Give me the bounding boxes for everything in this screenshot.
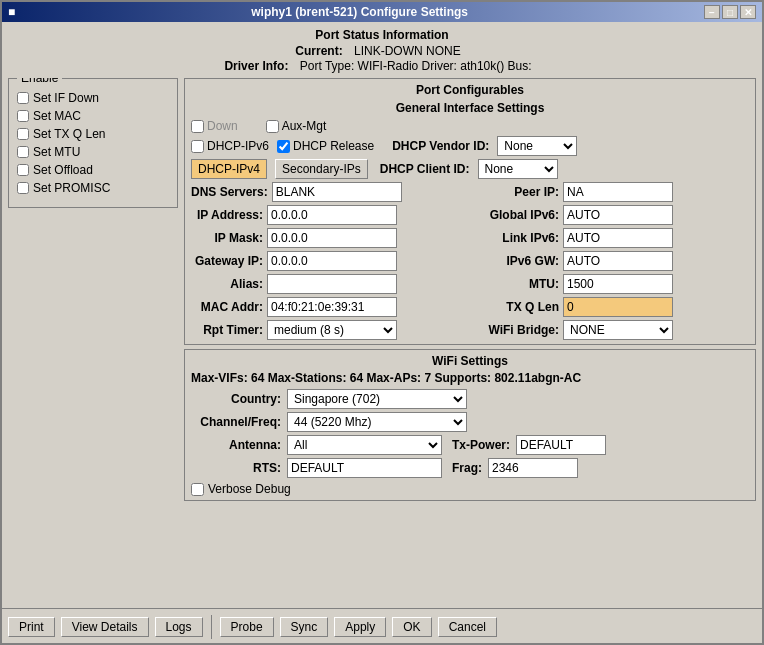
alias-input[interactable] <box>267 274 397 294</box>
dhcp-ipv6-label: DHCP-IPv6 <box>207 139 269 153</box>
wifi-max-stations: Max-Stations: 64 <box>268 371 363 385</box>
mac-label: MAC Addr: <box>191 300 263 314</box>
set-tx-q-len-checkbox[interactable] <box>17 128 29 140</box>
general-interface-title: General Interface Settings <box>191 101 749 115</box>
enable-set-promisc[interactable]: Set PROMISC <box>17 181 169 195</box>
alias-label: Alias: <box>191 277 263 291</box>
maximize-button[interactable]: □ <box>722 5 738 19</box>
enable-set-mtu[interactable]: Set MTU <box>17 145 169 159</box>
set-mtu-label: Set MTU <box>33 145 80 159</box>
port-config-title: Port Configurables <box>191 83 749 97</box>
dhcp-vendor-select[interactable]: None <box>497 136 577 156</box>
dhcp-ipv6-btn[interactable]: DHCP-IPv6 <box>191 139 269 153</box>
set-promisc-checkbox[interactable] <box>17 182 29 194</box>
link-ipv6-row: Link IPv6: <box>474 228 749 248</box>
global-ipv6-row: Global IPv6: <box>474 205 749 225</box>
down-checkbox-btn[interactable]: Down <box>191 119 238 133</box>
dhcp-release-btn[interactable]: DHCP Release <box>277 139 374 153</box>
verbose-debug-checkbox[interactable] <box>191 483 204 496</box>
mac-input[interactable] <box>267 297 397 317</box>
channel-select[interactable]: 44 (5220 Mhz) <box>287 412 467 432</box>
rts-input[interactable] <box>287 458 442 478</box>
sync-button[interactable]: Sync <box>280 617 329 637</box>
global-ipv6-input[interactable] <box>563 205 673 225</box>
down-checkbox[interactable] <box>191 120 204 133</box>
gateway-row: Gateway IP: <box>191 251 466 271</box>
set-mac-checkbox[interactable] <box>17 110 29 122</box>
frag-input[interactable] <box>488 458 578 478</box>
driver-value: Port Type: WIFI-Radio Driver: ath10k() B… <box>300 59 532 73</box>
bottom-bar: Print View Details Logs Probe Sync Apply… <box>2 608 762 643</box>
enable-set-if-down[interactable]: Set IF Down <box>17 91 169 105</box>
dhcp-ipv4-button[interactable]: DHCP-IPv4 <box>191 159 267 179</box>
ip-address-input[interactable] <box>267 205 397 225</box>
set-tx-q-len-label: Set TX Q Len <box>33 127 106 141</box>
dhcp-client-select[interactable]: None <box>478 159 558 179</box>
ip-mask-input[interactable] <box>267 228 397 248</box>
antenna-select[interactable]: All <box>287 435 442 455</box>
driver-info-row: Driver Info: Port Type: WIFI-Radio Drive… <box>8 59 756 73</box>
ok-button[interactable]: OK <box>392 617 431 637</box>
alias-row: Alias: <box>191 274 466 294</box>
aux-mgt-checkbox-btn[interactable]: Aux-Mgt <box>266 119 327 133</box>
current-value: LINK-DOWN NONE <box>354 44 461 58</box>
ip-mask-row: IP Mask: <box>191 228 466 248</box>
ip-address-label: IP Address: <box>191 208 263 222</box>
view-details-button[interactable]: View Details <box>61 617 149 637</box>
logs-button[interactable]: Logs <box>155 617 203 637</box>
link-ipv6-label: Link IPv6: <box>474 231 559 245</box>
wifi-info: Max-VIFs: 64 Max-Stations: 64 Max-APs: 7… <box>191 371 749 385</box>
ip-mask-label: IP Mask: <box>191 231 263 245</box>
dhcp-release-checkbox[interactable] <box>277 140 290 153</box>
port-config-box: Port Configurables General Interface Set… <box>184 78 756 345</box>
current-status-row: Current: LINK-DOWN NONE <box>8 44 756 58</box>
set-if-down-checkbox[interactable] <box>17 92 29 104</box>
ipv6-gw-label: IPv6 GW: <box>474 254 559 268</box>
set-mtu-checkbox[interactable] <box>17 146 29 158</box>
enable-set-tx-q-len[interactable]: Set TX Q Len <box>17 127 169 141</box>
rpt-timer-select[interactable]: medium (8 s) <box>267 320 397 340</box>
country-select[interactable]: Singapore (702) <box>287 389 467 409</box>
wifi-bridge-label: WiFi Bridge: <box>474 323 559 337</box>
tx-power-input[interactable] <box>516 435 606 455</box>
wifi-supports: Supports: 802.11abgn-AC <box>434 371 581 385</box>
close-button[interactable]: ✕ <box>740 5 756 19</box>
link-ipv6-input[interactable] <box>563 228 673 248</box>
port-status-title: Port Status Information <box>8 28 756 42</box>
peer-ip-input[interactable] <box>563 182 673 202</box>
secondary-ips-button[interactable]: Secondary-IPs <box>275 159 368 179</box>
set-promisc-label: Set PROMISC <box>33 181 110 195</box>
mtu-label: MTU: <box>474 277 559 291</box>
peer-ip-row: Peer IP: <box>474 182 749 202</box>
current-label: Current: <box>295 44 342 58</box>
gateway-label: Gateway IP: <box>191 254 263 268</box>
rpt-timer-label: Rpt Timer: <box>191 323 263 337</box>
cancel-button[interactable]: Cancel <box>438 617 497 637</box>
probe-button[interactable]: Probe <box>220 617 274 637</box>
rpt-timer-row: Rpt Timer: medium (8 s) <box>191 320 466 340</box>
aux-mgt-checkbox[interactable] <box>266 120 279 133</box>
aux-mgt-label: Aux-Mgt <box>282 119 327 133</box>
dhcp-ipv6-checkbox[interactable] <box>191 140 204 153</box>
apply-button[interactable]: Apply <box>334 617 386 637</box>
mtu-row: MTU: <box>474 274 749 294</box>
title-bar: ■ wiphy1 (brent-521) Configure Settings … <box>2 2 762 22</box>
dns-input[interactable] <box>272 182 402 202</box>
set-offload-checkbox[interactable] <box>17 164 29 176</box>
enable-set-mac[interactable]: Set MAC <box>17 109 169 123</box>
tx-q-row: TX Q Len <box>474 297 749 317</box>
wifi-max-aps: Max-APs: 7 <box>366 371 431 385</box>
minimize-button[interactable]: − <box>704 5 720 19</box>
wifi-bridge-select[interactable]: NONE <box>563 320 673 340</box>
port-status-section: Port Status Information Current: LINK-DO… <box>8 28 756 74</box>
gateway-input[interactable] <box>267 251 397 271</box>
print-button[interactable]: Print <box>8 617 55 637</box>
set-if-down-label: Set IF Down <box>33 91 99 105</box>
main-window: ■ wiphy1 (brent-521) Configure Settings … <box>0 0 764 645</box>
enable-set-offload[interactable]: Set Offload <box>17 163 169 177</box>
tx-q-input[interactable] <box>563 297 673 317</box>
mtu-input[interactable] <box>563 274 673 294</box>
dns-label: DNS Servers: <box>191 185 268 199</box>
ipv6-gw-input[interactable] <box>563 251 673 271</box>
verbose-row: Verbose Debug <box>191 482 749 496</box>
